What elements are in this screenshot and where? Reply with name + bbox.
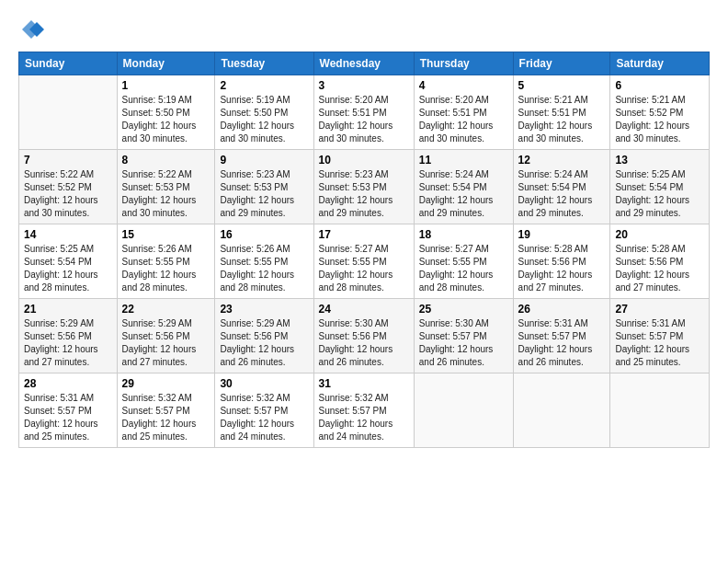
day-number: 13 (615, 154, 704, 167)
day-info: Sunrise: 5:19 AM Sunset: 5:50 PM Dayligh… (220, 94, 308, 145)
day-number: 1 (122, 79, 210, 92)
day-cell: 28Sunrise: 5:31 AM Sunset: 5:57 PM Dayli… (19, 373, 118, 448)
week-row-0: 1Sunrise: 5:19 AM Sunset: 5:50 PM Daylig… (19, 75, 710, 150)
col-header-sunday: Sunday (19, 52, 118, 75)
day-number: 15 (122, 228, 210, 241)
day-cell: 3Sunrise: 5:20 AM Sunset: 5:51 PM Daylig… (313, 75, 414, 150)
day-info: Sunrise: 5:24 AM Sunset: 5:54 PM Dayligh… (419, 168, 508, 220)
day-cell: 19Sunrise: 5:28 AM Sunset: 5:56 PM Dayli… (513, 224, 610, 299)
day-info: Sunrise: 5:20 AM Sunset: 5:51 PM Dayligh… (319, 94, 409, 145)
day-info: Sunrise: 5:31 AM Sunset: 5:57 PM Dayligh… (615, 317, 704, 369)
day-cell: 29Sunrise: 5:32 AM Sunset: 5:57 PM Dayli… (117, 373, 215, 448)
page-container: SundayMondayTuesdayWednesdayThursdayFrid… (0, 0, 728, 457)
day-cell: 31Sunrise: 5:32 AM Sunset: 5:57 PM Dayli… (313, 373, 414, 448)
day-cell: 25Sunrise: 5:30 AM Sunset: 5:57 PM Dayli… (414, 299, 513, 373)
day-cell: 16Sunrise: 5:26 AM Sunset: 5:55 PM Dayli… (215, 224, 313, 299)
week-row-4: 28Sunrise: 5:31 AM Sunset: 5:57 PM Dayli… (19, 373, 710, 448)
day-info: Sunrise: 5:25 AM Sunset: 5:54 PM Dayligh… (615, 168, 704, 220)
day-cell: 14Sunrise: 5:25 AM Sunset: 5:54 PM Dayli… (19, 224, 118, 299)
day-number: 27 (615, 303, 704, 316)
day-cell (610, 373, 710, 448)
day-info: Sunrise: 5:22 AM Sunset: 5:52 PM Dayligh… (24, 168, 112, 220)
day-cell (513, 373, 610, 448)
day-cell: 9Sunrise: 5:23 AM Sunset: 5:53 PM Daylig… (215, 150, 313, 224)
day-number: 31 (319, 377, 409, 390)
day-cell (414, 373, 513, 448)
day-info: Sunrise: 5:29 AM Sunset: 5:56 PM Dayligh… (220, 317, 308, 369)
day-number: 23 (220, 303, 308, 316)
day-number: 6 (615, 79, 704, 92)
day-info: Sunrise: 5:21 AM Sunset: 5:51 PM Dayligh… (518, 94, 606, 145)
day-info: Sunrise: 5:27 AM Sunset: 5:55 PM Dayligh… (419, 243, 508, 294)
day-number: 16 (220, 228, 308, 241)
day-number: 26 (518, 303, 606, 316)
day-number: 25 (419, 303, 508, 316)
day-cell: 2Sunrise: 5:19 AM Sunset: 5:50 PM Daylig… (215, 75, 313, 150)
week-row-3: 21Sunrise: 5:29 AM Sunset: 5:56 PM Dayli… (19, 299, 710, 373)
day-number: 12 (518, 154, 606, 167)
day-cell: 11Sunrise: 5:24 AM Sunset: 5:54 PM Dayli… (414, 150, 513, 224)
day-cell: 15Sunrise: 5:26 AM Sunset: 5:55 PM Dayli… (117, 224, 215, 299)
day-number: 17 (319, 228, 409, 241)
day-number: 3 (319, 79, 409, 92)
day-cell: 13Sunrise: 5:25 AM Sunset: 5:54 PM Dayli… (610, 150, 710, 224)
day-cell: 17Sunrise: 5:27 AM Sunset: 5:55 PM Dayli… (313, 224, 414, 299)
day-number: 24 (319, 303, 409, 316)
day-number: 5 (518, 79, 606, 92)
day-cell: 22Sunrise: 5:29 AM Sunset: 5:56 PM Dayli… (117, 299, 215, 373)
day-number: 30 (220, 377, 308, 390)
header (18, 17, 710, 42)
day-info: Sunrise: 5:29 AM Sunset: 5:56 PM Dayligh… (122, 317, 210, 369)
day-info: Sunrise: 5:28 AM Sunset: 5:56 PM Dayligh… (615, 243, 704, 294)
day-info: Sunrise: 5:23 AM Sunset: 5:53 PM Dayligh… (220, 168, 308, 220)
day-cell: 20Sunrise: 5:28 AM Sunset: 5:56 PM Dayli… (610, 224, 710, 299)
day-info: Sunrise: 5:27 AM Sunset: 5:55 PM Dayligh… (319, 243, 409, 294)
day-info: Sunrise: 5:32 AM Sunset: 5:57 PM Dayligh… (122, 392, 210, 443)
day-info: Sunrise: 5:21 AM Sunset: 5:52 PM Dayligh… (615, 94, 704, 145)
col-header-saturday: Saturday (610, 52, 710, 75)
day-info: Sunrise: 5:26 AM Sunset: 5:55 PM Dayligh… (122, 243, 210, 294)
day-cell: 7Sunrise: 5:22 AM Sunset: 5:52 PM Daylig… (19, 150, 118, 224)
day-number: 4 (419, 79, 508, 92)
day-cell: 4Sunrise: 5:20 AM Sunset: 5:51 PM Daylig… (414, 75, 513, 150)
day-cell: 27Sunrise: 5:31 AM Sunset: 5:57 PM Dayli… (610, 299, 710, 373)
day-cell: 10Sunrise: 5:23 AM Sunset: 5:53 PM Dayli… (313, 150, 414, 224)
day-info: Sunrise: 5:32 AM Sunset: 5:57 PM Dayligh… (319, 392, 409, 443)
day-cell: 21Sunrise: 5:29 AM Sunset: 5:56 PM Dayli… (19, 299, 118, 373)
col-header-tuesday: Tuesday (215, 52, 313, 75)
col-header-thursday: Thursday (414, 52, 513, 75)
day-cell: 23Sunrise: 5:29 AM Sunset: 5:56 PM Dayli… (215, 299, 313, 373)
day-info: Sunrise: 5:31 AM Sunset: 5:57 PM Dayligh… (518, 317, 606, 369)
day-number: 7 (24, 154, 112, 167)
col-header-wednesday: Wednesday (313, 52, 414, 75)
day-number: 28 (24, 377, 112, 390)
day-number: 11 (419, 154, 508, 167)
week-row-1: 7Sunrise: 5:22 AM Sunset: 5:52 PM Daylig… (19, 150, 710, 224)
day-info: Sunrise: 5:24 AM Sunset: 5:54 PM Dayligh… (518, 168, 606, 220)
day-info: Sunrise: 5:30 AM Sunset: 5:56 PM Dayligh… (319, 317, 409, 369)
logo-icon (18, 17, 44, 42)
day-info: Sunrise: 5:23 AM Sunset: 5:53 PM Dayligh… (319, 168, 409, 220)
day-info: Sunrise: 5:31 AM Sunset: 5:57 PM Dayligh… (24, 392, 112, 443)
day-number: 22 (122, 303, 210, 316)
day-cell: 6Sunrise: 5:21 AM Sunset: 5:52 PM Daylig… (610, 75, 710, 150)
day-number: 20 (615, 228, 704, 241)
day-number: 19 (518, 228, 606, 241)
day-cell: 8Sunrise: 5:22 AM Sunset: 5:53 PM Daylig… (117, 150, 215, 224)
logo (18, 17, 46, 42)
day-cell: 18Sunrise: 5:27 AM Sunset: 5:55 PM Dayli… (414, 224, 513, 299)
col-header-monday: Monday (117, 52, 215, 75)
day-number: 18 (419, 228, 508, 241)
day-info: Sunrise: 5:19 AM Sunset: 5:50 PM Dayligh… (122, 94, 210, 145)
day-number: 21 (24, 303, 112, 316)
day-info: Sunrise: 5:22 AM Sunset: 5:53 PM Dayligh… (122, 168, 210, 220)
day-info: Sunrise: 5:29 AM Sunset: 5:56 PM Dayligh… (24, 317, 112, 369)
day-cell: 12Sunrise: 5:24 AM Sunset: 5:54 PM Dayli… (513, 150, 610, 224)
day-info: Sunrise: 5:25 AM Sunset: 5:54 PM Dayligh… (24, 243, 112, 294)
day-number: 8 (122, 154, 210, 167)
day-cell: 30Sunrise: 5:32 AM Sunset: 5:57 PM Dayli… (215, 373, 313, 448)
day-info: Sunrise: 5:20 AM Sunset: 5:51 PM Dayligh… (419, 94, 508, 145)
day-cell: 26Sunrise: 5:31 AM Sunset: 5:57 PM Dayli… (513, 299, 610, 373)
day-info: Sunrise: 5:28 AM Sunset: 5:56 PM Dayligh… (518, 243, 606, 294)
week-row-2: 14Sunrise: 5:25 AM Sunset: 5:54 PM Dayli… (19, 224, 710, 299)
